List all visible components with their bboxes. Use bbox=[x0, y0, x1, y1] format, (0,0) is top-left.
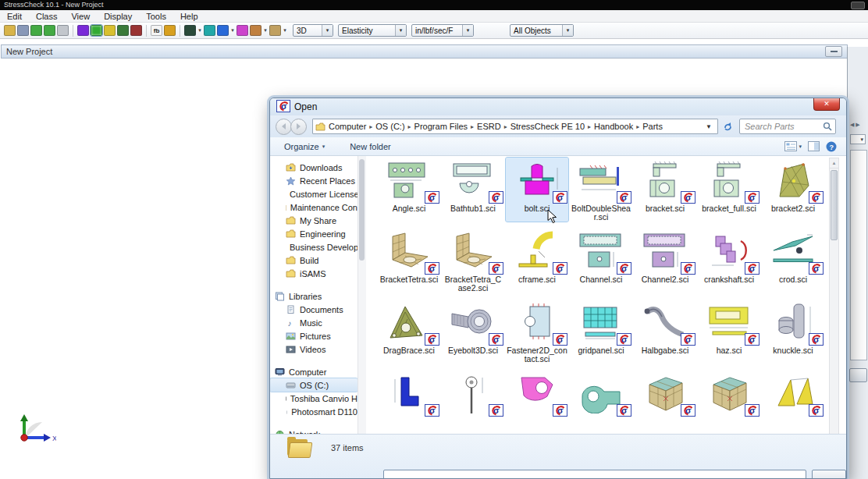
file-name-input[interactable] bbox=[383, 470, 806, 478]
file-item-partial[interactable]: σ bbox=[442, 371, 504, 435]
file-item-knuckle-sci[interactable]: σknuckle.sci bbox=[762, 300, 824, 364]
sidebar-item-toshiba-canvio-h[interactable]: Toshiba Canvio H bbox=[270, 392, 358, 405]
units-select[interactable]: in/lbf/sec/F▾ bbox=[411, 24, 474, 37]
file-item-haz-sci[interactable]: σhaz.sci bbox=[698, 300, 760, 364]
sidebar-item-pictures[interactable]: Pictures bbox=[270, 329, 358, 342]
file-item-partial[interactable]: σ bbox=[762, 371, 824, 435]
rotate-icon-dropdown[interactable]: ▾ bbox=[262, 27, 269, 34]
menu-edit[interactable]: Edit bbox=[0, 12, 29, 21]
save-icon[interactable] bbox=[17, 25, 29, 36]
file-item-fastener2d-contact-sci[interactable]: σFastener2D_contact.sci bbox=[506, 300, 568, 364]
breadcrumb-parts[interactable]: Parts bbox=[639, 122, 666, 131]
file-item-gridpanel-sci[interactable]: σgridpanel.sci bbox=[570, 300, 632, 364]
sidebar-item-documents[interactable]: Documents bbox=[270, 303, 358, 316]
views-button[interactable]: ▾ bbox=[784, 141, 802, 151]
breadcrumb-stresscheck-pe-10[interactable]: StressCheck PE 10 bbox=[507, 122, 588, 131]
scroll-up-icon[interactable]: ▲ bbox=[830, 158, 838, 169]
file-item-channel2-sci[interactable]: σChannel2.sci bbox=[634, 229, 696, 293]
file-list-scrollbar[interactable]: ▲ bbox=[829, 158, 839, 435]
child-window-titlebar[interactable]: New Project bbox=[1, 44, 848, 59]
navigation-pane-scrollbar[interactable] bbox=[358, 156, 366, 437]
menu-tools[interactable]: Tools bbox=[139, 12, 173, 21]
file-item-eyebolt3d-sci[interactable]: σEyebolt3D.sci bbox=[442, 300, 504, 364]
file-item-bolt-sci[interactable]: σbolt.sci bbox=[506, 158, 568, 222]
sidebar-item-music[interactable]: ♪Music bbox=[270, 316, 358, 329]
export-model-icon[interactable] bbox=[44, 25, 55, 36]
key-icon[interactable] bbox=[164, 25, 176, 36]
breadcrumb-esrd[interactable]: ESRD bbox=[474, 122, 504, 131]
zoom-tool-icon-dropdown[interactable]: ▾ bbox=[282, 27, 288, 34]
panel-dropdown[interactable]: ▾ bbox=[850, 134, 866, 144]
preview-pane-icon[interactable] bbox=[808, 141, 820, 151]
file-item-bracket2-sci[interactable]: σbracket2.sci bbox=[762, 158, 824, 222]
panel-list[interactable] bbox=[850, 150, 867, 360]
file-item-partial[interactable]: σ bbox=[570, 371, 632, 435]
address-dropdown-icon[interactable]: ▼ bbox=[703, 123, 715, 130]
file-item-dragbrace-sci[interactable]: σDragBrace.sci bbox=[378, 300, 440, 364]
file-item-partial[interactable]: σ bbox=[698, 371, 760, 435]
sidebar-group-computer[interactable]: Computer bbox=[270, 365, 358, 378]
material-icon[interactable] bbox=[104, 25, 116, 36]
dimension-select[interactable]: 3D▾ bbox=[293, 24, 333, 37]
analysis-type-select[interactable]: Elasticity▾ bbox=[338, 24, 407, 37]
menu-class[interactable]: Class bbox=[29, 12, 65, 21]
rotate-icon[interactable] bbox=[250, 25, 261, 36]
sidebar-item-business-develop[interactable]: Business Develop bbox=[270, 240, 358, 254]
menu-help[interactable]: Help bbox=[173, 12, 205, 21]
forward-button[interactable] bbox=[290, 119, 307, 135]
sidebar-item-recent-places[interactable]: Recent Places bbox=[270, 174, 358, 187]
file-item-bracket-full-sci[interactable]: σbracket_full.sci bbox=[698, 158, 760, 222]
file-item-crankshaft-sci[interactable]: σcrankshaft.sci bbox=[698, 229, 760, 293]
back-button[interactable] bbox=[276, 119, 292, 135]
open-icon[interactable] bbox=[4, 25, 16, 36]
file-item-channel-sci[interactable]: σChannel.sci bbox=[570, 229, 632, 293]
sidebar-item-downloads[interactable]: Downloads bbox=[270, 161, 358, 174]
file-item-halbgabe-sci[interactable]: σHalbgabe.sci bbox=[634, 300, 696, 364]
axes-icon[interactable] bbox=[217, 25, 229, 36]
sidebar-item-engineering[interactable]: Engineering bbox=[270, 227, 358, 240]
display-mode-icon[interactable] bbox=[184, 25, 196, 36]
organize-button[interactable]: Organize ▾ bbox=[279, 140, 329, 153]
chevron-down-icon[interactable]: ▾ bbox=[322, 25, 333, 36]
chevron-down-icon[interactable]: ▾ bbox=[562, 25, 573, 36]
file-item-partial[interactable]: σ bbox=[506, 371, 568, 435]
help-icon[interactable]: ? bbox=[826, 141, 837, 152]
sidebar-item-customer-license[interactable]: Customer License bbox=[270, 187, 358, 200]
chevron-down-icon[interactable]: ▾ bbox=[462, 25, 473, 36]
breadcrumb-handbook[interactable]: Handbook bbox=[591, 122, 636, 131]
menu-display[interactable]: Display bbox=[97, 12, 139, 21]
scrollbar-thumb[interactable] bbox=[831, 170, 838, 240]
file-item-bracket-sci[interactable]: σbracket.sci bbox=[634, 158, 696, 222]
panel-button[interactable] bbox=[849, 368, 867, 382]
panel-nav-arrows[interactable]: ◀ ▶ bbox=[850, 122, 860, 128]
scrollbar-thumb[interactable] bbox=[359, 159, 365, 261]
sidebar-item-build[interactable]: Build bbox=[270, 254, 358, 267]
constraint-icon[interactable] bbox=[130, 25, 142, 36]
new-folder-button[interactable]: New folder bbox=[345, 140, 396, 153]
import-model-icon[interactable] bbox=[30, 25, 42, 36]
sidebar-item-videos[interactable]: Videos bbox=[270, 342, 358, 356]
zoom-tool-icon[interactable] bbox=[269, 25, 281, 36]
file-item-crod-sci[interactable]: σcrod.sci bbox=[762, 229, 824, 293]
file-item-boltdoubleshear-sci[interactable]: σBoltDoubleShear.sci bbox=[570, 158, 632, 222]
print-icon[interactable] bbox=[57, 25, 69, 36]
window-control-button[interactable] bbox=[851, 2, 865, 9]
ibeam-icon[interactable] bbox=[204, 25, 215, 36]
file-item-bathtub1-sci[interactable]: σBathtub1.sci bbox=[442, 158, 504, 222]
display-mode-icon-dropdown[interactable]: ▾ bbox=[197, 27, 203, 34]
formula-icon[interactable]: fb bbox=[151, 25, 162, 36]
breadcrumb-computer[interactable]: Computer bbox=[326, 122, 369, 131]
file-item-partial[interactable]: σ bbox=[378, 371, 440, 435]
sidebar-item-maintenance-con[interactable]: Maintenance Con bbox=[270, 200, 358, 214]
child-minimize-button[interactable] bbox=[825, 46, 842, 57]
mesh-icon[interactable] bbox=[91, 25, 102, 36]
file-item-brackettetra-case2-sci[interactable]: σBracketTetra_Case2.sci bbox=[442, 229, 504, 293]
sidebar-item-isams[interactable]: iSAMS bbox=[270, 267, 358, 280]
menu-view[interactable]: View bbox=[64, 12, 97, 21]
objects-select[interactable]: All Objects▾ bbox=[510, 24, 574, 37]
sidebar-item-my-share[interactable]: My Share bbox=[270, 214, 358, 227]
sidebar-item-os-c-[interactable]: OS (C:) bbox=[270, 378, 358, 392]
file-item-cframe-sci[interactable]: σcframe.sci bbox=[506, 229, 568, 293]
axes-icon-dropdown[interactable]: ▾ bbox=[229, 27, 236, 34]
search-input[interactable] bbox=[743, 121, 823, 132]
